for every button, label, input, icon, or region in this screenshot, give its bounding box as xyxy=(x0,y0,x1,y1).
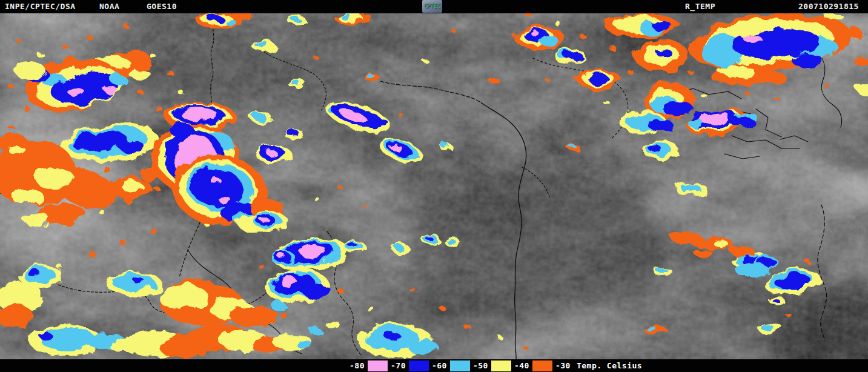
storm-cell xyxy=(644,325,667,335)
storm-cell xyxy=(249,211,288,231)
product-label: R_TEMP xyxy=(685,2,715,11)
legend-temp-label: -30 xyxy=(555,361,571,370)
storm-cell xyxy=(758,323,783,334)
storm-cell xyxy=(365,75,381,83)
legend-temp-label: -70 xyxy=(390,361,406,370)
legend-bar: -80-70-60-50-40-30 Temp. Celsius xyxy=(0,359,868,372)
storm-cell xyxy=(421,234,440,244)
legend-stops: -80-70-60-50-40-30 xyxy=(349,360,571,371)
storm-cell xyxy=(391,244,409,253)
satellite-label: GOES10 xyxy=(147,2,177,11)
title-bar: INPE/CPTEC/DSA NOAA GOES10 CPTEC R_TEMP … xyxy=(0,0,868,13)
legend-color-swatch xyxy=(368,360,388,371)
legend-temp-label: -40 xyxy=(514,361,530,370)
legend-color-swatch xyxy=(450,360,470,371)
agency-label: NOAA xyxy=(99,2,119,11)
legend-color-swatch xyxy=(532,360,552,371)
legend-title: Temp. Celsius xyxy=(577,361,642,370)
storm-cell xyxy=(287,15,305,24)
satellite-map xyxy=(0,13,868,359)
storm-cell xyxy=(288,79,306,88)
cptec-logo: CPTEC xyxy=(422,0,442,13)
storm-cell xyxy=(605,13,680,38)
storm-cell xyxy=(253,41,276,53)
satellite-product-viewer: INPE/CPTEC/DSA NOAA GOES10 CPTEC R_TEMP … xyxy=(0,0,868,372)
storm-cell xyxy=(578,70,621,90)
storm-cell xyxy=(675,182,707,196)
storm-cell xyxy=(514,26,565,49)
storm-cell xyxy=(440,144,454,151)
storm-cell xyxy=(770,297,786,306)
legend-temp-label: -80 xyxy=(349,361,365,370)
organization-label: INPE/CPTEC/DSA xyxy=(5,2,76,11)
storm-cell xyxy=(445,238,460,247)
satellite-image xyxy=(0,13,868,359)
storm-cell xyxy=(655,268,673,277)
temperature-legend: -80-70-60-50-40-30 Temp. Celsius xyxy=(349,360,642,371)
storm-cell xyxy=(251,113,273,124)
legend-color-swatch xyxy=(491,360,511,371)
storm-cell xyxy=(855,58,868,66)
storm-cell xyxy=(567,144,580,151)
storm-cell xyxy=(554,48,585,64)
storm-cell xyxy=(256,145,292,164)
storm-cell xyxy=(735,263,769,277)
legend-temp-label: -60 xyxy=(431,361,448,370)
storm-cell xyxy=(824,13,844,21)
legend-temp-label: -50 xyxy=(472,361,489,370)
storm-cell xyxy=(107,272,162,296)
storm-cell xyxy=(843,27,863,39)
legend-color-swatch xyxy=(409,360,429,371)
storm-cell xyxy=(489,78,500,84)
storm-cell xyxy=(642,140,678,159)
storm-cell xyxy=(634,40,689,71)
timestamp-label: 200710291815 xyxy=(798,2,859,11)
storm-cell xyxy=(344,241,366,254)
storm-cell xyxy=(283,128,303,139)
